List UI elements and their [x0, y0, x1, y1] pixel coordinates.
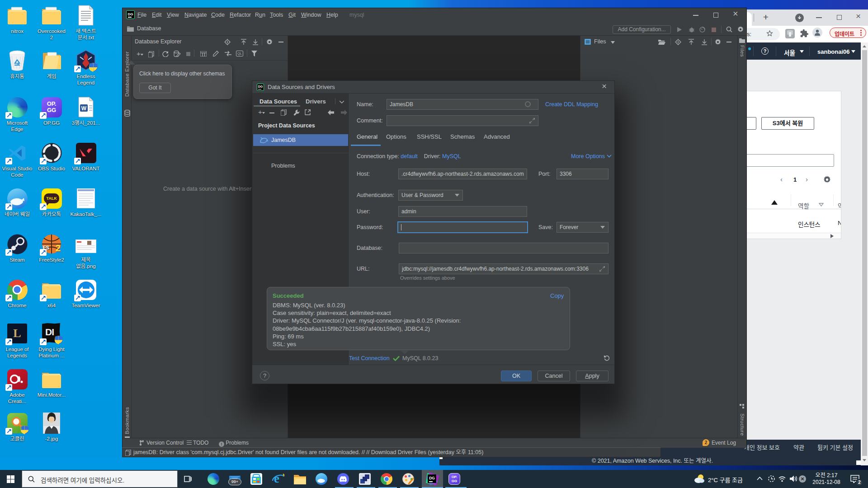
svg-text:W: W — [81, 105, 87, 112]
